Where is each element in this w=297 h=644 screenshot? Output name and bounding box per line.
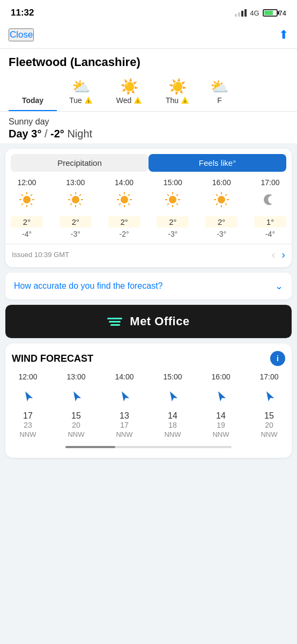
scroll-indicator-fill [65, 446, 115, 448]
tab-tue-label: Tue ! [69, 96, 93, 105]
hourly-temps-bottom-row: -4° -3° -2° -3° -3° -4° [11, 230, 286, 238]
tab-fri[interactable]: ⛅ F [202, 72, 237, 111]
hourly-time-5: 17:00 [254, 178, 286, 187]
tab-wed[interactable]: ☀️ Wed ! [105, 72, 153, 111]
svg-line-40 [176, 194, 178, 196]
top-nav: Close ⬆ [0, 24, 297, 49]
hourly-temp-bottom-0: -4° [11, 230, 43, 238]
svg-marker-53 [119, 390, 129, 401]
svg-line-21 [79, 203, 81, 205]
tab-thu[interactable]: ☀️ Thu ! [153, 72, 202, 111]
scroll-indicator-area [12, 446, 285, 448]
svg-line-41 [167, 203, 169, 205]
wind-speed-3: 14 18 NNW [157, 411, 189, 438]
info-button[interactable]: i [270, 351, 285, 366]
hourly-temp-bottom-1: -3° [60, 230, 92, 238]
nav-prev-arrow[interactable]: ‹ [272, 248, 276, 261]
svg-line-13 [31, 194, 32, 196]
tab-tue-icon: ⛅ [72, 77, 91, 96]
wind-time-5: 17:00 [253, 372, 285, 381]
tab-fri-label: F [217, 96, 222, 105]
wind-speed-0: 17 23 NNW [12, 411, 44, 438]
hourly-icon-2 [108, 191, 140, 212]
status-icons: 4G 74 [235, 9, 286, 17]
met-office-inner: Met Office [5, 305, 292, 338]
hourly-time-1: 13:00 [60, 178, 92, 187]
wind-time-4: 16:00 [205, 372, 237, 381]
night-temp: -2° [50, 128, 64, 140]
wind-speed-bottom-1: 20 [60, 421, 92, 429]
warning-icon-thu: ! [181, 96, 189, 105]
battery-level: 74 [279, 9, 286, 17]
hourly-temp-top-3: 2° [157, 216, 189, 228]
close-button[interactable]: Close [9, 28, 34, 41]
hourly-temps-top-row: 2° 2° 2° 2° 2° 1° [11, 216, 286, 228]
toggle-precipitation[interactable]: Precipitation [11, 154, 148, 172]
svg-point-24 [121, 196, 128, 203]
signal-bars [235, 9, 247, 17]
hourly-temp-top-1: 2° [60, 216, 92, 228]
hourly-time-3: 15:00 [157, 178, 189, 187]
day-tabs: Today ⛅ Tue ! ☀️ Wed ! ☀️ Thu ! ⛅ [0, 72, 297, 112]
wind-dir-2: NNW [108, 430, 140, 438]
met-office-text: Met Office [130, 314, 189, 328]
wind-speed-bottom-0: 23 [12, 421, 44, 429]
tab-thu-label: Thu ! [166, 96, 189, 105]
battery-fill [264, 11, 273, 15]
met-office-banner[interactable]: Met Office [5, 305, 292, 338]
nav-next-arrow[interactable]: › [281, 248, 285, 261]
temp-range: Day 3° / -2° Night [9, 128, 288, 140]
wind-time-0: 12:00 [12, 372, 44, 381]
hourly-time-2: 14:00 [108, 178, 140, 187]
svg-text:!: ! [137, 99, 139, 104]
svg-line-39 [176, 203, 178, 205]
hourly-icon-4 [205, 191, 237, 212]
wind-header: WIND FORECAST i [12, 351, 285, 366]
svg-marker-56 [264, 390, 274, 401]
forecast-card: Precipitation Feels like° 12:00 13:00 14… [5, 149, 292, 267]
svg-line-47 [216, 194, 218, 196]
tab-tue[interactable]: ⛅ Tue ! [57, 72, 105, 111]
accuracy-banner[interactable]: How accurate do you find the forecast? ⌄ [5, 273, 292, 299]
hourly-temp-top-0: 2° [11, 216, 43, 228]
wind-arrows-row [12, 389, 285, 406]
svg-text:!: ! [184, 99, 186, 104]
wind-speed-top-1: 15 [60, 411, 92, 421]
hourly-grid: 12:00 13:00 14:00 15:00 16:00 17:00 [5, 175, 292, 238]
location-title: Fleetwood (Lancashire) [9, 55, 288, 69]
wind-speed-bottom-2: 17 [108, 421, 140, 429]
wind-arrow-0 [12, 389, 44, 406]
hourly-times-row: 12:00 13:00 14:00 15:00 16:00 17:00 [11, 178, 286, 187]
wind-card: WIND FORECAST i 12:00 13:00 14:00 15:00 … [5, 343, 292, 458]
wind-arrow-4 [205, 389, 237, 406]
wind-dir-1: NNW [60, 430, 92, 438]
wind-dir-0: NNW [12, 430, 44, 438]
hourly-time-0: 12:00 [11, 178, 43, 187]
wind-speed-bottom-5: 20 [253, 421, 285, 429]
battery-icon: 74 [263, 9, 286, 17]
temp-separator: / [44, 128, 50, 140]
svg-line-30 [128, 203, 130, 205]
toggle-feels-like[interactable]: Feels like° [148, 154, 286, 172]
svg-point-33 [169, 196, 176, 203]
wave1 [107, 318, 123, 319]
issued-text: Issued 10:39 GMT [12, 251, 69, 259]
share-icon[interactable]: ⬆ [279, 28, 288, 42]
tab-today[interactable]: Today [9, 72, 57, 111]
svg-point-15 [72, 196, 79, 203]
svg-marker-51 [23, 390, 33, 401]
svg-line-50 [216, 203, 218, 205]
wind-speed-top-5: 15 [253, 411, 285, 421]
warning-icon-wed: ! [133, 96, 142, 105]
wind-time-2: 14:00 [108, 372, 140, 381]
warning-icon-tue: ! [84, 96, 93, 105]
svg-text:!: ! [87, 99, 89, 104]
wind-times-row: 12:00 13:00 14:00 15:00 16:00 17:00 [12, 372, 285, 381]
accuracy-chevron: ⌄ [275, 280, 283, 292]
svg-line-22 [79, 194, 81, 196]
svg-line-23 [70, 203, 72, 205]
wind-time-3: 15:00 [157, 372, 189, 381]
tab-today-icon [31, 77, 35, 96]
wind-arrow-2 [108, 389, 140, 406]
svg-line-48 [225, 203, 227, 205]
